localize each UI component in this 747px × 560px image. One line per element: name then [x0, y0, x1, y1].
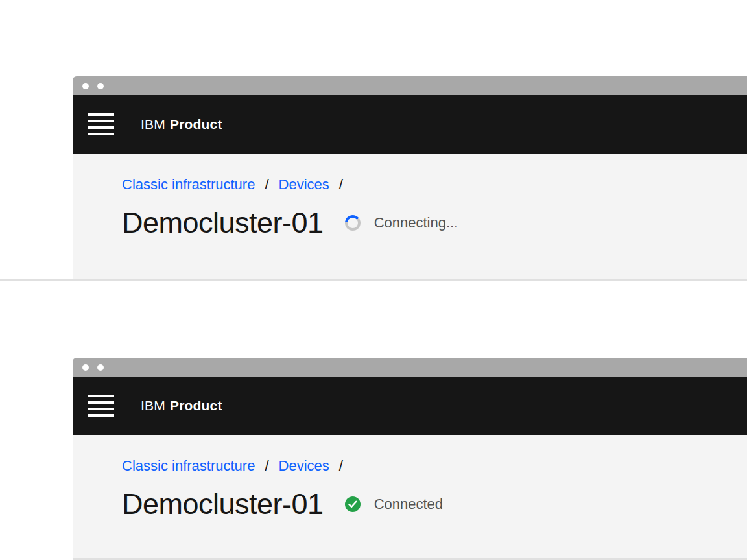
page-content: Classic infrastructure / Devices / Democ… [73, 435, 747, 560]
breadcrumb-link-classic-infrastructure[interactable]: Classic infrastructure [122, 457, 255, 475]
window-dot [82, 83, 89, 89]
header-brand: IBMProduct [141, 398, 222, 414]
app-header: IBMProduct [73, 95, 747, 154]
brand-prefix: IBM [141, 398, 165, 413]
browser-window-connected: IBMProduct Classic infrastructure / Devi… [73, 358, 747, 560]
hamburger-menu-icon[interactable] [88, 113, 114, 135]
breadcrumb-link-classic-infrastructure[interactable]: Classic infrastructure [122, 176, 255, 194]
breadcrumb-link-devices[interactable]: Devices [279, 457, 329, 475]
breadcrumb-separator: / [265, 176, 268, 194]
window-dot [82, 364, 89, 371]
browser-window-connecting: IBMProduct Classic infrastructure / Devi… [73, 76, 747, 279]
page-canvas: IBMProduct Classic infrastructure / Devi… [0, 0, 747, 560]
page-title-row: Democluster-01 Connecting... [122, 206, 747, 240]
status-label: Connecting... [374, 215, 458, 231]
status-label: Connected [374, 496, 443, 513]
breadcrumb: Classic infrastructure / Devices / [122, 176, 747, 194]
breadcrumb-separator: / [339, 176, 343, 194]
page-content: Classic infrastructure / Devices / Democ… [73, 154, 747, 279]
brand-product-name: Product [170, 117, 222, 132]
window-dot [97, 364, 104, 371]
breadcrumb-separator: / [339, 457, 343, 475]
page-title-row: Democluster-01 Connected [122, 487, 747, 521]
divider [0, 279, 747, 281]
window-dot [97, 83, 104, 89]
brand-product-name: Product [170, 398, 222, 413]
hamburger-menu-icon[interactable] [88, 395, 114, 417]
checkmark-filled-icon [345, 496, 361, 512]
window-titlebar [73, 358, 747, 377]
loading-spinner-icon [345, 215, 361, 231]
header-brand: IBMProduct [141, 117, 222, 132]
breadcrumb-link-devices[interactable]: Devices [279, 176, 329, 194]
breadcrumb: Classic infrastructure / Devices / [122, 457, 747, 475]
page-title: Democluster-01 [122, 487, 324, 521]
brand-prefix: IBM [141, 117, 165, 132]
connection-status: Connected [345, 496, 443, 513]
window-titlebar [73, 76, 747, 95]
breadcrumb-separator: / [265, 457, 268, 475]
connection-status: Connecting... [345, 215, 458, 231]
page-title: Democluster-01 [122, 206, 324, 240]
app-header: IBMProduct [73, 377, 747, 435]
